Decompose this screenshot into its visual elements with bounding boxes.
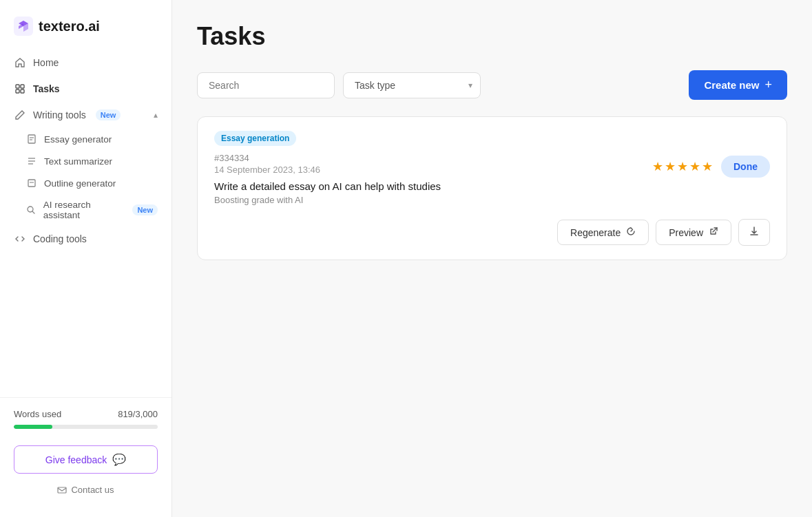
sidebar-item-text-summarizer[interactable]: Text summarizer [6,150,171,172]
ai-research-label: AI research assistant [43,200,123,220]
sidebar-item-ai-research-assistant[interactable]: AI research assistant New [6,194,171,226]
chevron-down-icon: ▴ [154,110,158,120]
pencil-icon [14,109,26,121]
toolbar: Task type Create new + [197,70,787,100]
feedback-section: Give feedback 💬 [0,437,171,479]
search-input[interactable] [197,72,335,98]
coding-tools-label: Coding tools [33,233,87,244]
regenerate-button[interactable]: Regenerate [557,220,649,245]
regenerate-label: Regenerate [570,227,621,238]
task-actions: Regenerate Preview [214,219,770,246]
task-type-select-wrap: Task type [343,72,481,98]
outline-generator-label: Outline generator [44,178,116,189]
external-link-icon [709,226,718,238]
envelope-icon [57,485,67,495]
speech-bubble-icon: 💬 [112,453,126,466]
star-1: ★ [652,159,663,174]
sidebar-item-writing-tools[interactable]: Writing tools New ▴ [0,102,171,128]
page-title: Tasks [197,22,787,51]
task-type-select[interactable]: Task type [343,72,481,98]
svg-rect-5 [28,135,35,143]
writing-tools-badge: New [96,109,121,120]
svg-rect-2 [21,85,24,88]
task-card: Essay generation #334334 14 September 20… [197,116,787,260]
words-used-label: Words used [14,409,61,419]
textero-logo-icon [14,17,33,36]
sidebar: textero.ai Home Tasks [0,0,172,517]
task-date: 14 September 2023, 13:46 [214,165,652,175]
doc-icon [26,134,37,145]
status-badge: Done [721,156,770,178]
download-icon [749,226,760,239]
sidebar-item-essay-generator[interactable]: Essay generator [6,128,171,150]
contact-section: Contact us [0,479,171,506]
logo-text: textero.ai [39,19,100,34]
research-icon [26,204,37,215]
plus-icon: + [764,78,772,92]
writing-tools-label: Writing tools [33,109,86,120]
task-info: #334334 14 September 2023, 13:46 Write a… [214,153,652,205]
task-right: ★ ★ ★ ★ ★ Done [652,156,770,178]
preview-button[interactable]: Preview [656,220,731,245]
words-progress-fill [14,425,52,429]
star-3: ★ [677,159,688,174]
svg-rect-14 [58,487,66,493]
contact-label: Contact us [71,485,114,495]
words-used-count: 819/3,000 [118,409,158,419]
sidebar-item-outline-generator[interactable]: Outline generator [6,172,171,194]
svg-rect-11 [28,180,35,187]
task-tag: Essay generation [214,131,296,146]
star-5: ★ [702,159,713,174]
download-button[interactable] [738,219,770,246]
svg-rect-4 [21,89,24,93]
contact-link[interactable]: Contact us [57,485,114,495]
tasks-icon [14,83,26,95]
feedback-label: Give feedback [45,454,107,465]
essay-generator-label: Essay generator [44,134,112,145]
lines-icon [26,156,37,167]
sidebar-item-coding-tools[interactable]: Coding tools [0,226,171,252]
main-content: Tasks Task type Create new + Essay gener… [172,0,812,517]
svg-rect-1 [16,85,19,88]
sidebar-item-home[interactable]: Home [0,50,171,76]
sidebar-tasks-label: Tasks [33,83,60,94]
task-id: #334334 [214,153,652,163]
star-2: ★ [665,159,676,174]
search-input-wrap [197,72,335,98]
outline-icon [26,178,37,189]
logo: textero.ai [0,11,171,50]
create-new-button[interactable]: Create new + [689,70,787,100]
task-meta: #334334 14 September 2023, 13:46 Write a… [214,153,770,205]
preview-label: Preview [669,227,703,238]
task-stars: ★ ★ ★ ★ ★ [652,159,713,174]
svg-rect-3 [16,89,19,93]
star-4: ★ [689,159,700,174]
home-icon [14,56,26,69]
regenerate-icon [626,226,636,238]
create-new-label: Create new [704,79,759,91]
text-summarizer-label: Text summarizer [44,156,112,167]
words-used-section: Words used 819/3,000 [0,397,171,437]
words-progress-bar [14,425,158,429]
task-subtitle: Boosting grade with AI [214,195,652,205]
code-icon [14,233,26,245]
writing-tools-subnav: Essay generator Text summarizer [0,128,171,226]
main-inner: Tasks Task type Create new + Essay gener… [172,0,812,517]
feedback-button[interactable]: Give feedback 💬 [14,445,158,474]
task-title: Write a detailed essay on AI can help wi… [214,180,652,192]
ai-research-badge: New [132,204,158,215]
sidebar-home-label: Home [33,57,59,68]
sidebar-item-tasks[interactable]: Tasks [0,76,171,102]
main-nav: Home Tasks Writing tools New ▴ [0,50,171,397]
